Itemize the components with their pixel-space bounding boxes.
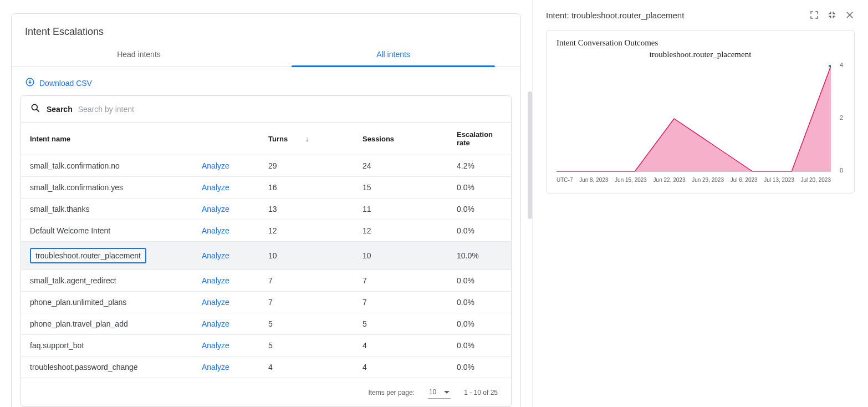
intent-name: phone_plan.unlimited_plans [30,298,126,307]
chart-plot-area: 024 [556,63,831,174]
cell-rate: 0.0% [448,292,511,313]
page-size-select[interactable]: 10 [428,386,451,399]
intent-name: troubleshoot.router_placement [30,248,146,263]
chart-xtick: Jun 22, 2023 [653,177,686,183]
analyze-link[interactable]: Analyze [202,363,229,372]
table-row[interactable]: faq.support_botAnalyze540.0% [21,335,511,357]
cell-turns: 29 [259,155,354,177]
cell-rate: 0.0% [448,357,511,378]
intents-table: Intent name Turns ↓ Sessions Escalation … [21,123,511,378]
cell-rate: 0.0% [448,335,511,357]
cell-sessions: 7 [354,292,448,313]
chart-ytick: 0 [840,167,843,174]
cell-turns: 5 [259,335,354,357]
tab-all-intents[interactable]: All intents [266,43,520,67]
tab-head-intents[interactable]: Head intents [12,43,266,67]
analyze-link[interactable]: Analyze [202,298,229,307]
intent-name: phone_plan.travel_plan_add [30,319,128,328]
search-input[interactable] [78,105,502,114]
search-icon [30,103,41,115]
chart-card: Intent Conversation Outcomes troubleshoo… [546,30,855,194]
cell-rate: 0.0% [448,220,511,242]
download-csv-button[interactable]: Download CSV [12,67,520,95]
cell-turns: 7 [259,292,354,313]
panel-title: Intent: troubleshoot.router_placement [546,11,684,20]
intent-name: small_talk.thanks [30,205,89,213]
analyze-link[interactable]: Analyze [202,276,229,285]
cell-turns: 12 [259,220,354,242]
cell-sessions: 24 [354,155,448,177]
cell-sessions: 4 [354,357,448,378]
svg-rect-2 [829,65,831,67]
cell-rate: 0.0% [448,270,511,292]
download-csv-label: Download CSV [39,79,92,88]
cell-rate: 4.2% [448,155,511,177]
cell-sessions: 7 [354,270,448,292]
cell-rate: 0.0% [448,199,511,220]
chevron-down-icon [444,391,450,394]
intent-name: small_talk.confirmation.yes [30,183,123,192]
intent-escalations-card: Intent Escalations Head intents All inte… [11,13,521,407]
table-row[interactable]: Default Welcome IntentAnalyze12120.0% [21,220,511,242]
pagination-range: 1 - 10 of 25 [464,389,498,396]
cell-turns: 7 [259,270,354,292]
table-row[interactable]: phone_plan.unlimited_plansAnalyze770.0% [21,292,511,313]
cell-rate: 10.0% [448,242,511,270]
chart-xtick: Jun 8, 2023 [579,177,608,183]
download-icon [25,77,35,89]
exit-fullscreen-icon[interactable] [827,10,837,20]
cell-turns: 13 [259,199,354,220]
chart-ytick: 2 [840,114,843,121]
svg-point-1 [32,104,37,110]
table-row[interactable]: small_talk.thanksAnalyze13110.0% [21,199,511,220]
intent-name: Default Welcome Intent [30,226,110,235]
cell-sessions: 10 [354,242,448,270]
chart-x-axis: UTC-7Jun 8, 2023Jun 15, 2023Jun 22, 2023… [556,177,831,183]
table-row[interactable]: small_talk.confirmation.noAnalyze29244.2… [21,155,511,177]
fullscreen-icon[interactable] [809,10,819,20]
intent-name: faq.support_bot [30,341,84,350]
analyze-link[interactable]: Analyze [202,251,229,260]
intent-name: small_talk.agent_redirect [30,276,116,285]
cell-turns: 5 [259,313,354,335]
table-row[interactable]: troubleshoot.router_placementAnalyze1010… [21,242,511,270]
analyze-link[interactable]: Analyze [202,341,229,350]
cell-sessions: 15 [354,177,448,199]
analyze-link[interactable]: Analyze [202,183,229,192]
card-title: Intent Escalations [12,14,520,43]
col-intent-name[interactable]: Intent name [21,123,259,155]
cell-sessions: 11 [354,199,448,220]
cell-rate: 0.0% [448,177,511,199]
intent-name: troubleshoot.password_change [30,363,138,372]
cell-rate: 0.0% [448,313,511,335]
col-escalation-rate[interactable]: Escalation rate [448,123,511,155]
scrollbar-thumb[interactable] [528,91,532,219]
analyze-link[interactable]: Analyze [202,226,229,235]
cell-turns: 4 [259,357,354,378]
intent-name: small_talk.confirmation.no [30,161,120,170]
chart-section-title: Intent Conversation Outcomes [556,38,847,48]
analyze-link[interactable]: Analyze [202,161,229,170]
sort-descending-icon: ↓ [305,135,309,143]
search-row: Search [21,96,511,123]
cell-turns: 10 [259,242,354,270]
table-container: Search Intent name Turns ↓ Sessions E [21,95,512,407]
page-size-value: 10 [429,388,436,396]
close-icon[interactable] [845,10,855,20]
table-row[interactable]: small_talk.confirmation.yesAnalyze16150.… [21,177,511,199]
chart-xtick: Jun 15, 2023 [615,177,647,183]
col-turns[interactable]: Turns ↓ [259,123,354,155]
col-sessions[interactable]: Sessions [354,123,448,155]
analyze-link[interactable]: Analyze [202,319,229,328]
cell-turns: 16 [259,177,354,199]
table-row[interactable]: phone_plan.travel_plan_addAnalyze550.0% [21,313,511,335]
tabs: Head intents All intents [12,43,520,67]
items-per-page-label: Items per page: [369,389,415,396]
cell-sessions: 5 [354,313,448,335]
chart-xtick: Jun 29, 2023 [692,177,724,183]
analyze-link[interactable]: Analyze [202,205,229,213]
chart-timezone: UTC-7 [556,177,573,183]
table-row[interactable]: small_talk.agent_redirectAnalyze770.0% [21,270,511,292]
search-label: Search [47,105,73,114]
table-row[interactable]: troubleshoot.password_changeAnalyze440.0… [21,357,511,378]
